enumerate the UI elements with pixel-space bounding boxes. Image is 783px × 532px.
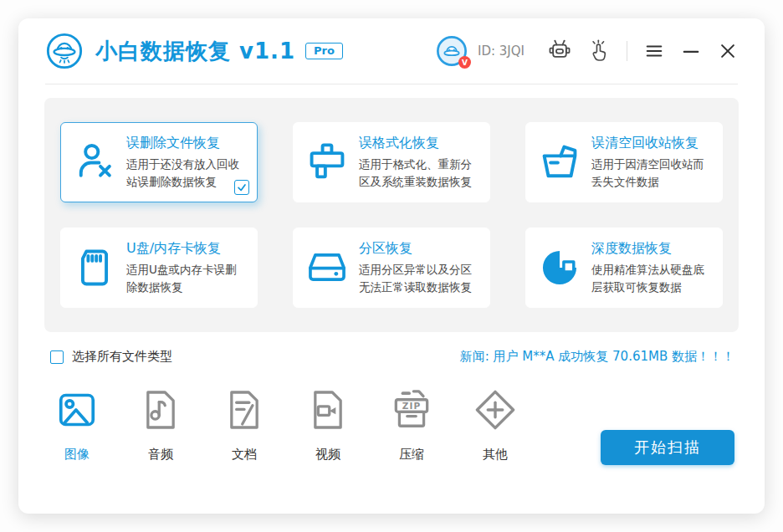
card-checkbox[interactable] bbox=[234, 180, 249, 195]
card-undelete-recovery[interactable]: 误删除文件恢复 适用于还没有放入回收站误删除数据恢复 bbox=[60, 122, 258, 202]
file-type-label: 文档 bbox=[232, 447, 257, 463]
app-window: 小白数据恢复 v1.1 Pro V ID: 3JQI bbox=[18, 18, 765, 514]
recycle-basket-icon bbox=[538, 141, 581, 184]
minimize-icon[interactable] bbox=[679, 39, 703, 63]
app-logo-icon bbox=[45, 32, 84, 70]
file-type-image[interactable]: 图像 bbox=[50, 386, 104, 463]
start-scan-button[interactable]: 开始扫描 bbox=[601, 430, 734, 465]
news-ticker: 新闻: 用户 M**A 成功恢复 70.61MB 数据！！！ bbox=[460, 349, 734, 365]
image-file-icon bbox=[54, 386, 100, 433]
card-title: 误格式化恢复 bbox=[359, 135, 479, 152]
file-type-label: 视频 bbox=[315, 447, 340, 463]
file-type-label: 音频 bbox=[148, 447, 173, 463]
card-title: 误清空回收站恢复 bbox=[591, 135, 712, 152]
deep-scan-icon bbox=[538, 246, 581, 289]
select-all-checkbox[interactable] bbox=[50, 350, 64, 364]
hard-drive-icon bbox=[305, 246, 349, 289]
card-title: 误删除文件恢复 bbox=[126, 135, 247, 152]
app-title: 小白数据恢复 v1.1 bbox=[95, 37, 295, 66]
card-desc: 适用于因清空回收站而丢失文件数据 bbox=[591, 156, 712, 191]
robot-icon[interactable] bbox=[546, 38, 573, 64]
header-rule bbox=[45, 84, 738, 84]
file-type-label: 其他 bbox=[483, 447, 508, 463]
card-desc: 适用分区异常以及分区无法正常读取数据恢复 bbox=[359, 261, 479, 296]
card-title: 分区恢复 bbox=[359, 240, 479, 258]
card-desc: 适用于还没有放入回收站误删除数据恢复 bbox=[126, 156, 247, 191]
pointer-hand-icon[interactable] bbox=[585, 38, 612, 64]
card-title: 深度数据恢复 bbox=[591, 240, 712, 258]
file-type-label: 压缩 bbox=[399, 447, 424, 463]
card-desc: 适用U盘或内存卡误删除数据恢复 bbox=[126, 261, 247, 296]
card-desc: 适用于格式化、重新分区及系统重装数据恢复 bbox=[359, 156, 479, 191]
video-file-icon bbox=[304, 386, 351, 433]
audio-file-icon bbox=[137, 386, 184, 433]
card-desc: 使用精准算法从硬盘底层获取可恢复数据 bbox=[591, 261, 712, 296]
close-icon[interactable] bbox=[716, 39, 740, 63]
file-type-zip[interactable]: ZIP 压缩 bbox=[385, 386, 438, 463]
file-type-audio[interactable]: 音频 bbox=[134, 386, 187, 463]
format-stamp-icon bbox=[305, 141, 349, 184]
title-bar: 小白数据恢复 v1.1 Pro V ID: 3JQI bbox=[18, 18, 765, 84]
document-file-icon bbox=[221, 386, 268, 433]
file-type-document[interactable]: 文档 bbox=[218, 386, 271, 463]
file-type-video[interactable]: 视频 bbox=[301, 386, 355, 463]
select-all-label: 选择所有文件类型 bbox=[72, 349, 172, 365]
pro-badge: Pro bbox=[305, 43, 343, 59]
zip-file-icon: ZIP bbox=[388, 386, 435, 433]
card-recycle-bin-recovery[interactable]: 误清空回收站恢复 适用于因清空回收站而丢失文件数据 bbox=[525, 122, 723, 202]
header-divider bbox=[627, 41, 627, 61]
file-type-label: 图像 bbox=[64, 447, 90, 463]
user-delete-icon bbox=[73, 141, 116, 184]
sd-card-icon bbox=[73, 246, 116, 289]
vip-badge: V bbox=[458, 56, 471, 69]
recovery-mode-panel: 误删除文件恢复 适用于还没有放入回收站误删除数据恢复 误格式化恢复 适用于格式化… bbox=[44, 98, 739, 332]
user-avatar[interactable]: V bbox=[436, 35, 468, 67]
card-partition-recovery[interactable]: 分区恢复 适用分区异常以及分区无法正常读取数据恢复 bbox=[293, 228, 490, 308]
card-usb-sd-recovery[interactable]: U盘/内存卡恢复 适用U盘或内存卡误删除数据恢复 bbox=[60, 228, 258, 308]
other-file-icon bbox=[472, 386, 519, 433]
svg-text:ZIP: ZIP bbox=[402, 401, 422, 411]
file-type-other[interactable]: 其他 bbox=[468, 386, 522, 463]
menu-icon[interactable] bbox=[642, 39, 666, 63]
user-id: ID: 3JQI bbox=[478, 43, 525, 59]
card-format-recovery[interactable]: 误格式化恢复 适用于格式化、重新分区及系统重装数据恢复 bbox=[293, 122, 490, 202]
card-title: U盘/内存卡恢复 bbox=[126, 240, 247, 258]
select-all-file-types[interactable]: 选择所有文件类型 bbox=[50, 349, 172, 365]
card-deep-recovery[interactable]: 深度数据恢复 使用精准算法从硬盘底层获取可恢复数据 bbox=[525, 228, 723, 308]
